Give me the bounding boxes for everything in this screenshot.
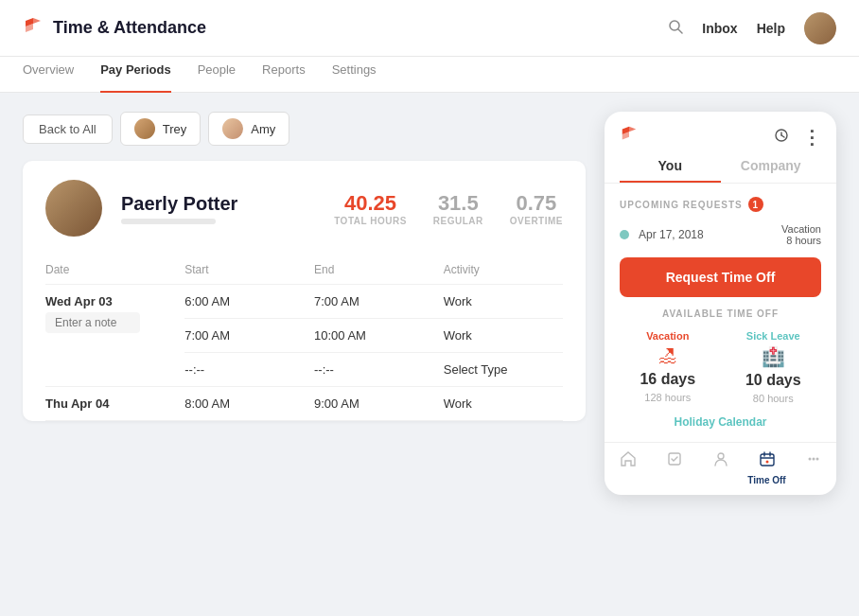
- activity-cell: Work: [444, 387, 563, 421]
- svg-point-12: [808, 458, 811, 461]
- mob-nav-tasks[interactable]: [651, 450, 697, 485]
- subnav-reports[interactable]: Reports: [262, 57, 306, 93]
- request-item: Apr 17, 2018 Vacation 8 hours: [620, 223, 821, 246]
- profile-icon: [712, 450, 729, 472]
- mob-nav-timeoff[interactable]: Time Off: [744, 450, 790, 485]
- subnav-pay-periods[interactable]: Pay Periods: [100, 57, 170, 93]
- employee-bar: [121, 219, 216, 224]
- request-dot-icon: [620, 230, 629, 239]
- back-to-all-button[interactable]: Back to All: [23, 114, 113, 144]
- main-content: Back to All Trey Amy Paerly Potter: [0, 93, 859, 616]
- svg-rect-5: [669, 453, 680, 465]
- start-time: 6:00 AM: [184, 285, 314, 319]
- note-input[interactable]: [45, 312, 140, 333]
- user-avatar[interactable]: [804, 12, 836, 44]
- mob-nav-profile[interactable]: [697, 450, 744, 485]
- end-time-dash: --:--: [314, 353, 444, 387]
- available-grid: Vacation 🏖 16 days 128 hours Sick Leave …: [620, 330, 821, 404]
- col-header-end: End: [314, 255, 444, 285]
- regular-label: REGULAR: [433, 216, 483, 226]
- svg-point-11: [765, 461, 768, 464]
- person-tab-trey[interactable]: Trey: [120, 112, 202, 146]
- total-hours-value: 40.25: [334, 191, 407, 216]
- vacation-icon: 🏖: [658, 345, 677, 367]
- overtime-label: OVERTIME: [510, 216, 563, 226]
- holiday-calendar-link[interactable]: Holiday Calendar: [620, 415, 821, 429]
- end-time: 9:00 AM: [314, 387, 444, 421]
- stat-total-hours: 40.25 TOTAL HOURS: [334, 191, 407, 226]
- mobile-tabs: You Company: [605, 149, 836, 184]
- mobile-bottom-nav: Time Off: [605, 442, 836, 495]
- person-tab-amy[interactable]: Amy: [208, 112, 289, 146]
- date-cell-wed: Wed Apr 03: [45, 285, 184, 387]
- start-time: 7:00 AM: [184, 319, 314, 353]
- left-panel: Back to All Trey Amy Paerly Potter: [23, 112, 586, 597]
- vacation-hours: 128 hours: [644, 392, 691, 403]
- svg-point-13: [812, 458, 815, 461]
- more-icon: [805, 450, 822, 472]
- clock-icon[interactable]: [774, 128, 789, 147]
- mobile-tab-you[interactable]: You: [620, 158, 721, 183]
- activity-cell: Work: [444, 319, 563, 353]
- sick-leave-item: Sick Leave 🏥 10 days 80 hours: [745, 330, 801, 404]
- mobile-panel: ⋮ You Company UPCOMING REQUESTS 1 Apr 17…: [605, 112, 836, 495]
- vacation-days: 16 days: [640, 371, 695, 388]
- sick-hours: 80 hours: [753, 393, 794, 404]
- activity-cell: Work: [444, 285, 563, 319]
- subnav-people[interactable]: People: [198, 57, 236, 93]
- svg-rect-7: [761, 454, 774, 466]
- person-tabs: Back to All Trey Amy: [23, 112, 586, 146]
- date-label: Wed Apr 03: [45, 294, 184, 308]
- employee-info: Paerly Potter: [121, 193, 237, 224]
- sick-leave-label: Sick Leave: [746, 330, 800, 342]
- employee-card: Paerly Potter 40.25 TOTAL HOURS 31.5 REG…: [23, 161, 586, 421]
- tasks-icon: [666, 450, 683, 472]
- end-time: 7:00 AM: [314, 285, 444, 319]
- available-time-off-label: AVAILABLE TIME OFF: [620, 308, 821, 319]
- sick-leave-icon: 🏥: [762, 345, 785, 368]
- nav-brand: Time & Attendance: [23, 16, 206, 41]
- employee-name: Paerly Potter: [121, 193, 237, 215]
- request-type: Vacation 8 hours: [781, 223, 821, 246]
- overtime-value: 0.75: [510, 191, 563, 216]
- svg-point-6: [718, 453, 724, 459]
- mobile-body: UPCOMING REQUESTS 1 Apr 17, 2018 Vacatio…: [605, 184, 836, 442]
- request-time-off-button[interactable]: Request Time Off: [620, 257, 821, 297]
- calendar-icon: [759, 450, 776, 472]
- amy-avatar: [222, 118, 243, 139]
- mobile-tab-company[interactable]: Company: [721, 158, 822, 183]
- sub-navigation: Overview Pay Periods People Reports Sett…: [0, 57, 859, 93]
- time-table: Date Start End Activity Wed Apr 03 6:00 …: [45, 255, 563, 421]
- subnav-overview[interactable]: Overview: [23, 57, 74, 93]
- table-row: Wed Apr 03 6:00 AM 7:00 AM Work: [45, 285, 563, 319]
- stats-group: 40.25 TOTAL HOURS 31.5 REGULAR 0.75 OVER…: [334, 191, 563, 226]
- date-cell-thu: Thu Apr 04: [45, 387, 184, 421]
- stat-regular: 31.5 REGULAR: [433, 191, 483, 226]
- mob-nav-timeoff-label: Time Off: [747, 475, 785, 485]
- top-navigation: Time & Attendance Inbox Help: [0, 0, 859, 57]
- table-row: Thu Apr 04 8:00 AM 9:00 AM Work: [45, 387, 563, 421]
- brand-logo-icon: [23, 16, 44, 41]
- search-icon[interactable]: [668, 19, 683, 38]
- mob-nav-home[interactable]: [605, 450, 651, 485]
- mobile-header-icons: ⋮: [774, 128, 821, 147]
- col-header-activity: Activity: [444, 255, 563, 285]
- upcoming-requests-label: UPCOMING REQUESTS 1: [620, 197, 821, 212]
- subnav-settings[interactable]: Settings: [332, 57, 377, 93]
- total-hours-label: TOTAL HOURS: [334, 216, 407, 226]
- svg-line-4: [781, 135, 784, 137]
- trey-avatar: [134, 118, 155, 139]
- employee-header: Paerly Potter 40.25 TOTAL HOURS 31.5 REG…: [45, 180, 563, 237]
- col-header-start: Start: [184, 255, 314, 285]
- nav-actions: Inbox Help: [668, 12, 836, 44]
- select-type-cell[interactable]: Select Type: [444, 353, 563, 387]
- inbox-link[interactable]: Inbox: [702, 21, 737, 36]
- vacation-label: Vacation: [646, 330, 689, 342]
- help-link[interactable]: Help: [757, 21, 785, 36]
- mob-nav-more[interactable]: [790, 450, 836, 485]
- mobile-header: ⋮: [605, 112, 836, 149]
- vacation-item: Vacation 🏖 16 days 128 hours: [640, 330, 695, 404]
- upcoming-badge: 1: [748, 197, 763, 212]
- more-dots-icon[interactable]: ⋮: [802, 128, 821, 147]
- trey-name: Trey: [163, 122, 187, 136]
